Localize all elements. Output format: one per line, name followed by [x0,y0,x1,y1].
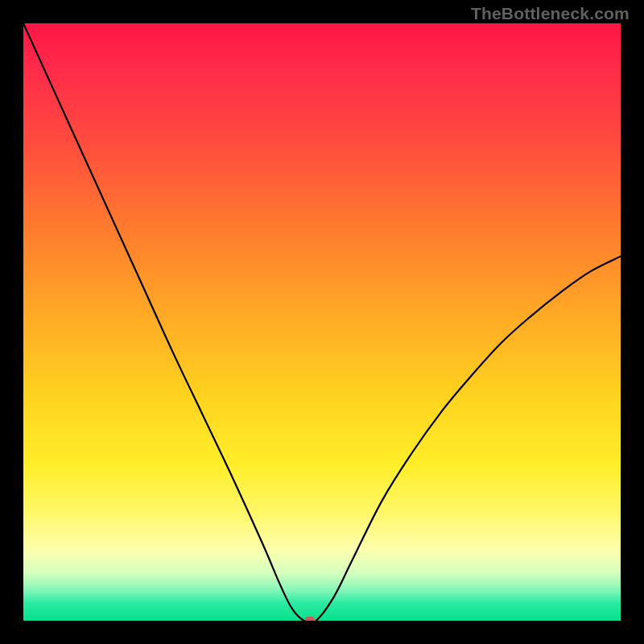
chart-plot-area [23,23,621,621]
marker-point [305,617,315,621]
bottleneck-curve-line [23,23,621,621]
chart-curve-svg [23,23,621,621]
watermark-text: TheBottleneck.com [471,4,630,23]
